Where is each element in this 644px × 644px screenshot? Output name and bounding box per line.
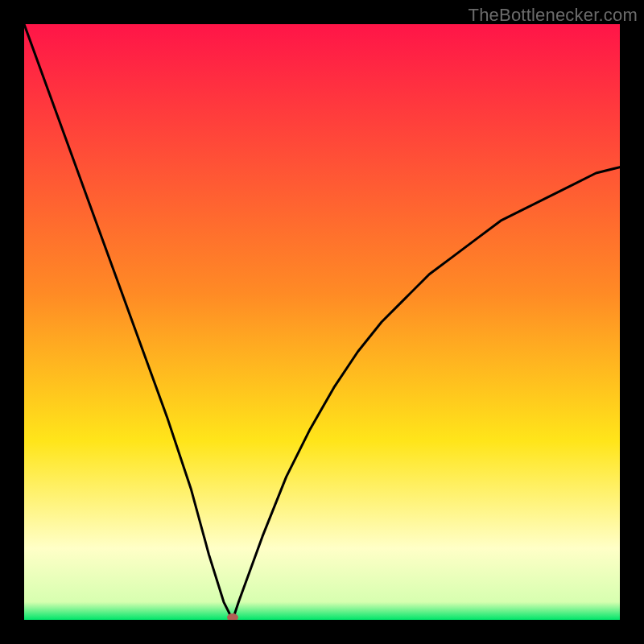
chart-frame: TheBottlenecker.com xyxy=(0,0,644,644)
bottleneck-chart xyxy=(24,24,620,620)
gradient-background xyxy=(24,24,620,620)
watermark-text: TheBottlenecker.com xyxy=(469,5,638,26)
